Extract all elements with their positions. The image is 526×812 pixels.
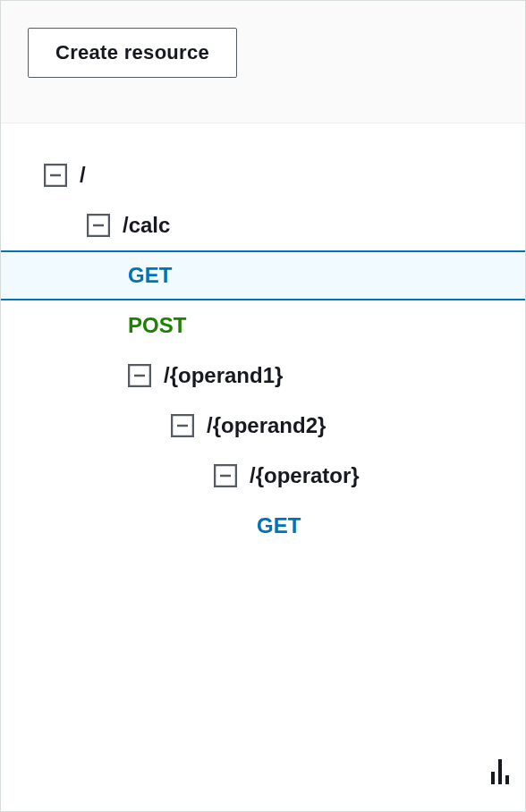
create-resource-button[interactable]: Create resource [28, 28, 237, 78]
tree-row-operand2[interactable]: /{operand2} [1, 401, 525, 451]
resource-path: /{operator} [250, 463, 360, 488]
tree-row-operator-get[interactable]: GET [1, 501, 525, 551]
http-method-post: POST [128, 313, 186, 338]
bar [505, 775, 509, 784]
collapse-icon[interactable] [44, 164, 67, 187]
http-method-get: GET [128, 263, 172, 288]
collapse-icon[interactable] [214, 464, 237, 487]
collapse-icon[interactable] [171, 414, 194, 437]
feedback-icon[interactable] [491, 759, 509, 784]
collapse-icon[interactable] [87, 214, 110, 237]
bar [491, 772, 495, 784]
resource-path: /{operand1} [164, 363, 283, 388]
resources-panel: Create resource / /calc GET POST [0, 0, 526, 812]
tree-row-calc[interactable]: /calc [1, 200, 525, 250]
resource-path: /calc [123, 213, 170, 238]
resource-path: /{operand2} [207, 413, 326, 438]
resource-path: / [80, 163, 86, 188]
panel-header: Create resource [1, 1, 525, 123]
tree-row-calc-get[interactable]: GET [1, 250, 525, 300]
resource-tree: / /calc GET POST /{operand1} [1, 123, 525, 811]
tree-row-operand1[interactable]: /{operand1} [1, 351, 525, 401]
tree-row-operator[interactable]: /{operator} [1, 451, 525, 501]
collapse-icon[interactable] [128, 364, 151, 387]
tree-row-root[interactable]: / [1, 150, 525, 200]
bar [498, 759, 502, 784]
http-method-get: GET [257, 513, 301, 538]
tree-row-calc-post[interactable]: POST [1, 300, 525, 351]
